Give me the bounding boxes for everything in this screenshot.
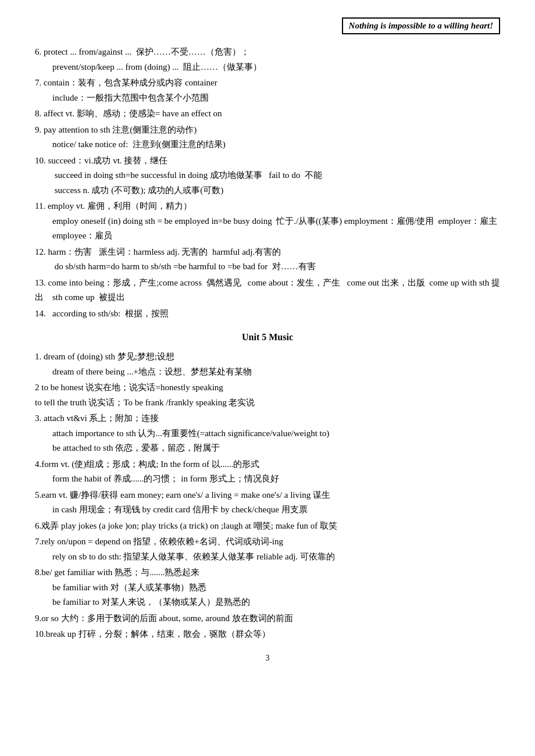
entry-line: include：一般指大范围中包含某个小范围 <box>35 91 500 106</box>
entry-item: 1. dream of (doing) sth 梦见;梦想;设想dream of… <box>35 350 500 379</box>
entry-item: 5.earn vt. 赚/挣得/获得 earn money; earn one'… <box>35 488 500 518</box>
entry-line: attach importance to sth 认为...有重要性(=atta… <box>35 426 500 441</box>
entry-line: 5.earn vt. 赚/挣得/获得 earn money; earn one'… <box>35 488 500 503</box>
entry-line: 9.or so 大约：多用于数词的后面 about, some, around … <box>35 611 500 626</box>
entry-line: 2 to be honest 说实在地；说实话=honestly speakin… <box>35 380 500 395</box>
entry-item: 14. according to sth/sb: 根据，按照 <box>35 306 500 322</box>
entry-line: employ oneself (in) doing sth = be emplo… <box>35 214 500 244</box>
entry-line: prevent/stop/keep ... from (doing) ... 阻… <box>35 60 500 75</box>
entry-item: 10.break up 打碎，分裂；解体，结束，散会，驱散（群众等） <box>35 627 500 642</box>
music-entries: 1. dream of (doing) sth 梦见;梦想;设想dream of… <box>35 350 500 642</box>
entry-item: 9.or so 大约：多用于数词的后面 about, some, around … <box>35 611 500 626</box>
entry-line: 3. attach vt&vi 系上；附加；连接 <box>35 411 500 426</box>
entry-line: succeed in doing sth=be successful in do… <box>35 168 500 183</box>
entry-line: be familiar with 对（某人或某事物）熟悉 <box>35 580 500 595</box>
entry-line: to tell the truth 说实话；To be frank /frank… <box>35 395 500 411</box>
entry-line: be attached to sth 依恋，爱慕，留恋，附属于 <box>35 441 500 456</box>
entry-line: 4.form vt. (使)组成；形成；构成; In the form of 以… <box>35 457 500 472</box>
entry-line: do sb/sth harm=do harm to sb/sth =be har… <box>35 259 500 274</box>
entry-line: in cash 用现金；有现钱 by credit card 信用卡 by ch… <box>35 502 500 518</box>
entry-line: 14. according to sth/sb: 根据，按照 <box>35 306 500 322</box>
entry-item: 8. affect vt. 影响、感动；使感染= have an effect … <box>35 106 500 122</box>
entry-line: 7.rely on/upon = depend on 指望，依赖依赖+名词、代词… <box>35 534 500 550</box>
entry-line: 6.戏弄 play jokes (a joke )on; play tricks… <box>35 519 500 534</box>
entry-line: form the habit of 养成......的习惯； in form 形… <box>35 472 500 487</box>
top-entries: 6. protect ... from/against ... 保护……不受……… <box>35 45 500 321</box>
entry-line: 10.break up 打碎，分裂；解体，结束，散会，驱散（群众等） <box>35 627 500 642</box>
entry-line: 7. contain：装有，包含某种成分或内容 container <box>35 76 500 91</box>
entry-line: dream of there being ...+地点：设想、梦想某处有某物 <box>35 365 500 380</box>
entry-line: success n. 成功 (不可数); 成功的人或事(可数) <box>35 183 500 198</box>
page-number: 3 <box>35 654 500 663</box>
entry-item: 9. pay attention to sth 注意(侧重注意的动作)notic… <box>35 123 500 152</box>
entry-line: notice/ take notice of: 注意到(侧重注意的结果) <box>35 137 500 152</box>
entry-line: 11. employ vt. 雇佣，利用（时间，精力） <box>35 199 500 214</box>
entry-line: 12. harm：伤害 派生词：harmless adj. 无害的 harmfu… <box>35 245 500 260</box>
entry-line: 8.be/ get familiar with 熟悉；与.......熟悉起来 <box>35 565 500 580</box>
main-content: 6. protect ... from/against ... 保护……不受……… <box>35 45 500 642</box>
motto-box: Nothing is impossible to a willing heart… <box>342 17 500 34</box>
entry-line: 6. protect ... from/against ... 保护……不受……… <box>35 45 500 60</box>
entry-line: 9. pay attention to sth 注意(侧重注意的动作) <box>35 123 500 138</box>
section-title: Unit 5 Music <box>35 329 500 345</box>
entry-line: be familiar to 对某人来说，（某物或某人）是熟悉的 <box>35 595 500 610</box>
entry-item: 12. harm：伤害 派生词：harmless adj. 无害的 harmfu… <box>35 245 500 274</box>
entry-item: 8.be/ get familiar with 熟悉；与.......熟悉起来b… <box>35 565 500 610</box>
entry-item: 3. attach vt&vi 系上；附加；连接attach importanc… <box>35 411 500 456</box>
entry-item: 13. come into being：形成，产生;come across 偶然… <box>35 276 500 305</box>
entry-item: 6. protect ... from/against ... 保护……不受……… <box>35 45 500 74</box>
entry-line: 10. succeed：vi.成功 vt. 接替，继任 <box>35 154 500 169</box>
entry-item: 10. succeed：vi.成功 vt. 接替，继任 succeed in d… <box>35 154 500 198</box>
entry-line: rely on sb to do sth: 指望某人做某事、依赖某人做某事 re… <box>35 550 500 565</box>
entry-item: 7.rely on/upon = depend on 指望，依赖依赖+名词、代词… <box>35 534 500 564</box>
entry-line: 1. dream of (doing) sth 梦见;梦想;设想 <box>35 350 500 365</box>
entry-item: 2 to be honest 说实在地；说实话=honestly speakin… <box>35 380 500 410</box>
entry-item: 7. contain：装有，包含某种成分或内容 containerinclude… <box>35 76 500 105</box>
entry-item: 4.form vt. (使)组成；形成；构成; In the form of 以… <box>35 457 500 487</box>
entry-line: 13. come into being：形成，产生;come across 偶然… <box>35 276 500 305</box>
header: Nothing is impossible to a willing heart… <box>35 17 500 34</box>
entry-item: 11. employ vt. 雇佣，利用（时间，精力）employ onesel… <box>35 199 500 244</box>
entry-item: 6.戏弄 play jokes (a joke )on; play tricks… <box>35 519 500 534</box>
motto-text: Nothing is impossible to a willing heart… <box>349 21 493 30</box>
entry-line: 8. affect vt. 影响、感动；使感染= have an effect … <box>35 106 500 122</box>
